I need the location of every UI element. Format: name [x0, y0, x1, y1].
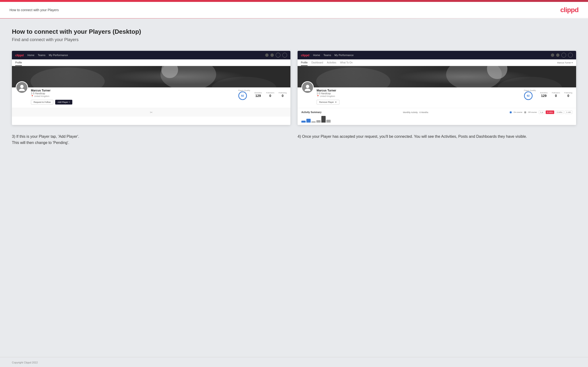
- svg-point-12: [306, 85, 309, 88]
- screenshots-row: clippd Home Teams My Performance Profile: [12, 51, 576, 125]
- profile-buttons-right: Remove Player ✕: [317, 100, 521, 105]
- activity-chart: [301, 116, 572, 123]
- nav-teams-right: Teams: [323, 54, 331, 57]
- captions-row: 3) If this is your Player tap, 'Add Play…: [12, 133, 576, 146]
- caption-right: 4) Once your Player has accepted your re…: [298, 133, 576, 146]
- tab-profile-left[interactable]: Profile: [15, 59, 22, 66]
- filter-6mths[interactable]: 6 mths: [546, 110, 554, 114]
- app-nav-icons-left: [265, 53, 287, 58]
- profile-info-right: Marcus Turner 1-5 Handicap 📍 United King…: [298, 87, 576, 108]
- stat-player-quality-left: Player Quality 92: [238, 89, 250, 100]
- scissors-icon: ✂: [150, 110, 153, 114]
- profile-handicap-right: 1-5 Handicap: [317, 92, 521, 95]
- activity-controls: On course Off course 1 yr 6 mths 3 mths …: [510, 110, 572, 114]
- stat-following-right: Following 0: [564, 92, 572, 98]
- tabs-left-group: Profile Dashboard Activities What To On: [301, 59, 353, 66]
- settings-icon-right: [561, 53, 566, 58]
- stat-activities-right: Activities 129: [540, 92, 548, 98]
- svg-point-5: [20, 85, 24, 88]
- avatar-right: [301, 81, 314, 94]
- profile-buttons-left: Request to Follow Add Player +: [31, 100, 235, 105]
- activity-title: Activity Summary: [301, 111, 321, 114]
- nav-home-right: Home: [313, 54, 320, 57]
- tab-activities-right[interactable]: Activities: [327, 59, 336, 66]
- activity-period: Monthly Activity · 6 Months: [403, 111, 428, 114]
- nav-myperformance-right: My Performance: [334, 54, 354, 57]
- app-navbar-left: clippd Home Teams My Performance: [12, 51, 290, 59]
- chart-bar-6: [326, 120, 331, 123]
- app-nav-links-right: Home Teams My Performance: [313, 54, 547, 57]
- app-logo-right: clippd: [301, 53, 309, 57]
- hero-overlay-right: [298, 66, 576, 87]
- profile-stats-left: Player Quality 92 Activities 129 Followe…: [238, 87, 287, 100]
- request-follow-button[interactable]: Request to Follow: [31, 100, 53, 105]
- screenshot-bottom-left: ✂: [12, 108, 290, 117]
- profile-name-left: Marcus Turner: [31, 89, 235, 92]
- app-tabs-left: Profile: [12, 59, 290, 66]
- chart-bar-5: [321, 116, 326, 123]
- screenshot-right: clippd Home Teams My Performance Profile: [298, 51, 576, 125]
- filter-1mth[interactable]: 1 mth: [565, 110, 572, 114]
- quality-circle-left: 92: [238, 92, 247, 100]
- caption-text-left: 3) If this is your Player tap, 'Add Play…: [12, 133, 290, 146]
- legend-on-course: [510, 111, 512, 113]
- activity-legend: On course Off course: [510, 111, 537, 113]
- page-header: How to connect with your Players clippd: [0, 2, 588, 18]
- profile-location-left: 📍 United Kingdom: [31, 95, 235, 97]
- activity-header: Activity Summary Monthly Activity · 6 Mo…: [301, 110, 572, 114]
- tab-whattoon-right[interactable]: What To On: [340, 59, 353, 66]
- profile-stats-right: Player Quality 92 Activities 129 Followe…: [524, 87, 572, 100]
- location-pin-icon-left: 📍: [31, 95, 34, 97]
- app-tabs-right: Profile Dashboard Activities What To On …: [298, 59, 576, 66]
- stat-following-left: Following 0: [278, 92, 287, 98]
- app-logo-left: clippd: [15, 53, 24, 57]
- quality-circle-right: 92: [524, 92, 533, 100]
- section-title: How to connect with your Players (Deskto…: [12, 28, 576, 35]
- chart-bar-2: [306, 119, 311, 123]
- filter-buttons: 1 yr 6 mths 3 mths 1 mth: [539, 110, 572, 114]
- profile-handicap-left: 1-5 Handicap: [31, 92, 235, 95]
- profile-details-left: Marcus Turner 1-5 Handicap 📍 United King…: [31, 87, 235, 105]
- filter-1yr[interactable]: 1 yr: [539, 110, 545, 114]
- profile-icon-left: [282, 53, 287, 58]
- svg-point-6: [19, 89, 25, 91]
- tab-dashboard-right[interactable]: Dashboard: [311, 59, 323, 66]
- remove-player-button[interactable]: Remove Player ✕: [317, 100, 339, 105]
- search-icon-right: [551, 53, 554, 57]
- section-subtitle: Find and connect with your Players: [12, 37, 576, 42]
- stat-player-quality-right: Player Quality 92: [524, 89, 536, 100]
- tab-profile-right[interactable]: Profile: [301, 59, 308, 66]
- avatar-icon-left: [18, 84, 26, 91]
- stat-followers-right: Followers 0: [552, 92, 560, 98]
- close-icon-remove: ✕: [335, 101, 337, 103]
- add-player-button[interactable]: Add Player +: [55, 100, 72, 105]
- location-pin-icon-right: 📍: [317, 95, 319, 97]
- profile-details-right: Marcus Turner 1-5 Handicap 📍 United King…: [317, 87, 521, 105]
- copyright-text: Copyright Clippd 2022: [12, 361, 38, 364]
- profile-location-right: 📍 United Kingdom: [317, 95, 521, 97]
- user-icon-left: [270, 53, 274, 57]
- legend-off-course-label: Off course: [528, 111, 537, 113]
- activity-summary: Activity Summary Monthly Activity · 6 Mo…: [298, 108, 576, 125]
- settings-icon-left: [276, 53, 280, 58]
- clippd-logo: clippd: [560, 6, 579, 14]
- stat-activities-left: Activities 129: [254, 92, 262, 98]
- chart-bar-4: [316, 120, 321, 123]
- profile-hero-left: [12, 66, 290, 87]
- app-nav-links-left: Home Teams My Performance: [27, 54, 261, 57]
- caption-left: 3) If this is your Player tap, 'Add Play…: [12, 133, 290, 146]
- page-footer: Copyright Clippd 2022: [0, 357, 588, 367]
- caption-text-right: 4) Once your Player has accepted your re…: [298, 133, 576, 140]
- hero-overlay-left: [12, 66, 290, 87]
- avatar-left: [16, 81, 28, 94]
- filter-3mths[interactable]: 3 mths: [555, 110, 564, 114]
- app-nav-icons-right: [551, 53, 573, 58]
- chart-bar-1: [301, 121, 306, 123]
- marcus-turner-dropdown[interactable]: Marcus Turner ▾: [557, 61, 573, 64]
- svg-point-13: [305, 89, 311, 91]
- profile-icon-right: [568, 53, 573, 58]
- main-content: How to connect with your Players (Deskto…: [0, 18, 588, 357]
- profile-info-left: Marcus Turner 1-5 Handicap 📍 United King…: [12, 87, 290, 108]
- page-header-title: How to connect with your Players: [9, 8, 59, 12]
- profile-name-right: Marcus Turner: [317, 89, 521, 92]
